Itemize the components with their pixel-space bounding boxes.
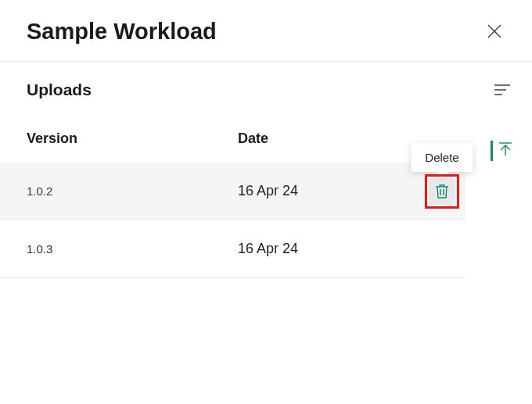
section-title: Uploads bbox=[27, 80, 92, 99]
delete-tooltip: Delete bbox=[411, 143, 473, 172]
scroll-top-button[interactable] bbox=[498, 141, 513, 160]
cell-version: 1.0.2 bbox=[27, 184, 238, 198]
arrow-up-bar-icon bbox=[498, 141, 513, 157]
table-row[interactable]: 1.0.2 16 Apr 24 Delete bbox=[0, 163, 466, 220]
table-row[interactable]: 1.0.3 16 Apr 24 bbox=[0, 220, 466, 278]
filter-icon bbox=[494, 84, 510, 96]
scroll-indicator bbox=[491, 141, 513, 161]
filter-button[interactable] bbox=[491, 79, 513, 101]
trash-icon bbox=[435, 184, 449, 199]
section-header: Uploads bbox=[0, 62, 532, 107]
uploads-table: Version Date 1.0.2 16 Apr 24 Delete bbox=[0, 107, 466, 278]
dialog-title: Sample Workload bbox=[27, 19, 217, 45]
dialog-header: Sample Workload bbox=[0, 0, 532, 62]
cell-action: Delete bbox=[419, 178, 466, 205]
close-icon bbox=[487, 23, 502, 39]
delete-button[interactable] bbox=[429, 178, 455, 205]
cell-date: 16 Apr 24 bbox=[238, 241, 419, 257]
close-button[interactable] bbox=[479, 16, 510, 47]
accent-bar bbox=[491, 141, 493, 161]
cell-date: 16 Apr 24 bbox=[238, 183, 419, 199]
cell-version: 1.0.3 bbox=[27, 242, 238, 256]
col-header-version: Version bbox=[27, 130, 238, 147]
delete-button-wrap: Delete bbox=[429, 178, 455, 205]
table-header-row: Version Date bbox=[0, 107, 466, 163]
